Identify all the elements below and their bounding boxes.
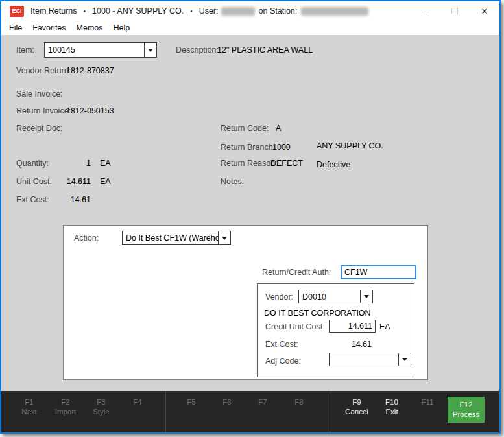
fkey-f8[interactable]: F8 (281, 397, 317, 407)
return-reason-value: DEFECT (270, 159, 303, 168)
return-credit-auth-input[interactable] (341, 265, 416, 279)
fkey-f12-process[interactable]: F12 Process (448, 397, 485, 423)
form-content: Item: 100145 Description: 12" PLASTIC AR… (1, 35, 499, 389)
fkey-name: F11 (409, 397, 446, 407)
menu-favorites[interactable]: Favorites (27, 22, 71, 34)
action-panel: Action: Do It Best CF1W (Warehouse) Retu… (63, 225, 428, 380)
fkey-label: Process (448, 410, 485, 419)
quantity-uom: EA (100, 159, 111, 168)
close-icon: ✕ (481, 6, 488, 16)
fkey-name: F8 (281, 397, 317, 407)
return-branch-value: 1000 (272, 143, 291, 152)
fkey-label: Exit (374, 407, 410, 417)
fkey-label: Next (11, 407, 47, 417)
receipt-doc-label: Receipt Doc: (16, 124, 63, 133)
fkey-label: Style (83, 407, 119, 417)
chevron-down-icon[interactable] (218, 231, 230, 244)
fkey-f3-style[interactable]: F3 Style (83, 397, 119, 417)
title-bullet-icon: • (84, 8, 86, 15)
action-combobox[interactable]: Do It Best CF1W (Warehouse) (122, 231, 231, 245)
credit-unit-cost-input[interactable] (329, 320, 376, 333)
fkey-f4[interactable]: F4 (119, 397, 156, 407)
fkey-name: F4 (119, 397, 156, 407)
fkey-name: F12 (448, 400, 485, 410)
minimize-icon: — (421, 6, 429, 16)
eci-logo-icon: ECI (10, 6, 24, 17)
menu-memos[interactable]: Memos (71, 22, 108, 34)
redacted-user-value (221, 7, 255, 16)
maximize-icon (451, 8, 458, 14)
chevron-down-icon[interactable] (398, 353, 411, 366)
action-label: Action: (74, 233, 99, 242)
vendor-return-label: Vendor Return: (16, 66, 71, 75)
fnbar-divider (330, 391, 330, 432)
quantity-value: 1 (40, 159, 91, 168)
app-window: ECI Item Returns • 1000 - ANY SUPPLY CO.… (0, 0, 501, 434)
fkey-f9-cancel[interactable]: F9 Cancel (339, 397, 375, 417)
close-button[interactable]: ✕ (470, 1, 499, 21)
adj-code-value (330, 353, 398, 366)
fkey-f5[interactable]: F5 (173, 397, 210, 407)
vendor-label: Vendor: (265, 292, 293, 301)
fkey-f2-import[interactable]: F2 Import (47, 397, 84, 417)
fkey-name: F2 (47, 397, 84, 407)
notes-label: Notes: (221, 177, 244, 186)
window-title-app: Item Returns (30, 6, 77, 16)
redacted-station-value (301, 7, 368, 16)
sale-invoice-label: Sale Invoice: (16, 89, 63, 99)
return-credit-auth-label: Return/Credit Auth: (262, 268, 331, 277)
fkey-label: Cancel (339, 407, 375, 417)
window-title-station-label: on Station: (259, 6, 298, 16)
fkey-f11[interactable]: F11 (409, 397, 446, 407)
description-label: Description: (176, 45, 219, 54)
panel-ext-cost-value: 14.61 (329, 340, 372, 349)
fkey-f10-exit[interactable]: F10 Exit (374, 397, 410, 417)
fnbar-divider (165, 391, 166, 432)
vendor-combobox[interactable]: D0010 (298, 290, 373, 303)
title-bar: ECI Item Returns • 1000 - ANY SUPPLY CO.… (1, 1, 499, 21)
fkey-f7[interactable]: F7 (245, 397, 281, 407)
description-value: 12" PLASTIC AREA WALL (217, 45, 313, 54)
return-code-label: Return Code: (221, 124, 269, 133)
fkey-name: F10 (374, 397, 410, 407)
credit-unit-cost-label: Credit Unit Cost: (265, 322, 325, 331)
fkey-f6[interactable]: F6 (209, 397, 245, 407)
chevron-down-icon[interactable] (360, 290, 372, 303)
return-code-value: A (276, 124, 281, 133)
return-invoice-value: 1812-050153 (66, 106, 114, 115)
fkey-f1-next[interactable]: F1 Next (11, 397, 47, 417)
item-combobox[interactable]: 100145 (44, 42, 157, 58)
fkey-name: F6 (209, 397, 245, 407)
adj-code-combobox[interactable] (329, 353, 411, 366)
minimize-button[interactable]: — (410, 1, 440, 21)
function-key-bar: F1 Next F2 Import F3 Style F4 F5 F6 F7 F… (1, 391, 499, 432)
item-label: Item: (16, 45, 34, 54)
vendor-return-value: 1812-870837 (66, 66, 114, 75)
return-reason-name: Defective (317, 160, 350, 169)
window-title-user-label: User: (199, 6, 219, 16)
unit-cost-uom: EA (100, 177, 111, 186)
item-value: 100145 (45, 43, 144, 57)
fkey-name: F7 (245, 397, 281, 407)
fkey-name: F1 (11, 397, 47, 407)
credit-unit-cost-uom: EA (379, 322, 390, 331)
vendor-value: D0010 (299, 290, 360, 303)
vendor-name: DO IT BEST CORPORATION (264, 309, 371, 318)
vendor-panel: Vendor: D0010 DO IT BEST CORPORATION Cre… (257, 283, 414, 377)
fkey-name: F3 (83, 397, 119, 407)
fkey-name: F9 (339, 397, 375, 407)
fkey-name: F5 (173, 397, 210, 407)
return-invoice-label: Return Invoice: (16, 106, 71, 115)
window-controls: — ✕ (410, 1, 499, 21)
return-branch-label: Return Branch: (221, 143, 275, 152)
ext-cost-value: 14.61 (40, 195, 91, 204)
panel-ext-cost-label: Ext Cost: (265, 340, 298, 349)
return-reason-label: Return Reason: (221, 159, 278, 168)
chevron-down-icon[interactable] (144, 43, 156, 57)
adj-code-label: Adj Code: (265, 357, 301, 366)
menu-file[interactable]: File (4, 22, 27, 34)
menu-help[interactable]: Help (108, 22, 136, 34)
maximize-button[interactable] (440, 1, 470, 21)
title-bullet-icon: • (190, 8, 193, 15)
action-value: Do It Best CF1W (Warehouse) (123, 231, 218, 244)
